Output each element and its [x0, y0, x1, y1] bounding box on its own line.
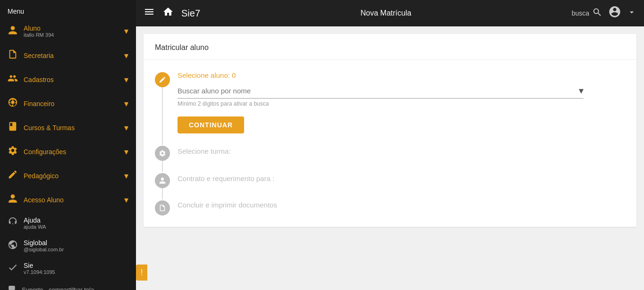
- sidebar-item-acesso-aluno[interactable]: Acesso Aluno ▾: [0, 188, 136, 212]
- topbar: Sie7 Nova Matrícula busca: [136, 0, 644, 26]
- step-2-line: [162, 161, 163, 172]
- sidebar-menu-label: Menu: [0, 0, 136, 19]
- sidebar-item-pedagogico[interactable]: Pedagógico ▾: [0, 164, 136, 188]
- headset-icon: [8, 217, 18, 230]
- sidebar-item-cadastros[interactable]: Cadastros ▾: [0, 67, 136, 91]
- step-1-icon-col: [155, 71, 170, 145]
- step-3-icon: [155, 173, 170, 188]
- exclamation-icon: !: [141, 268, 143, 276]
- chevron-down-icon: ▾: [124, 195, 128, 205]
- person-icon: [8, 193, 18, 206]
- step-1-line: [162, 87, 163, 145]
- content-area: Matricular aluno Selecione aluno: 0: [136, 26, 644, 290]
- step-4-icon: [155, 200, 170, 215]
- settings-icon: [8, 145, 18, 158]
- sidebar-item-configuracoes[interactable]: Configurações ▾: [0, 140, 136, 164]
- check-icon: [8, 262, 18, 275]
- step-3-line: [162, 188, 163, 199]
- step-3-row: Contrato e requerimento para :: [155, 172, 625, 199]
- sidebar-item-cursos-turmas[interactable]: Cursos & Turmas ▾: [0, 116, 136, 140]
- page-heading: Matricular aluno: [144, 34, 636, 60]
- search-text: busca: [572, 9, 589, 17]
- money-icon: [8, 97, 18, 110]
- globe-icon: [8, 240, 18, 252]
- user-menu-chevron-icon[interactable]: [627, 8, 636, 19]
- sidebar-item-secretaria[interactable]: Secretaria ▾: [0, 43, 136, 67]
- sidebar-support[interactable]: Suporte - compartilhar tela: [0, 280, 136, 290]
- sidebar-item-sie[interactable]: Sie v7.1094:1095: [0, 257, 136, 280]
- search-dropdown-chevron-icon[interactable]: ▾: [579, 85, 584, 96]
- sidebar-item-siglobal[interactable]: Siglobal @siglobal.com.br: [0, 234, 136, 257]
- step-3-icon-col: [155, 172, 170, 199]
- sidebar-siglobal-label: Siglobal: [24, 239, 64, 247]
- support-icon: [8, 284, 16, 290]
- chevron-down-icon: ▾: [124, 147, 128, 157]
- step-4-heading: Concluir e imprimir documentos: [178, 201, 277, 209]
- sidebar-item-financeiro[interactable]: Financeiro ▾: [0, 91, 136, 116]
- app-name: Sie7: [181, 8, 200, 19]
- step-4-icon-col: [155, 199, 170, 215]
- sidebar-acesso-aluno-label: Acesso Aluno: [24, 196, 119, 204]
- sidebar-sie-sub: v7.1094:1095: [24, 269, 55, 275]
- hamburger-icon[interactable]: [144, 6, 155, 20]
- step-2-heading: Selecione turma:: [178, 147, 231, 155]
- step-2-row: Selecione turma:: [155, 145, 625, 172]
- step-1-content: Selecione aluno: 0 ▾ Mínimo 2 dígitos pa…: [178, 71, 625, 145]
- document-icon: [8, 49, 18, 62]
- sidebar-item-ajuda[interactable]: Ajuda ajuda WA: [0, 212, 136, 234]
- stepper: Selecione aluno: 0 ▾ Mínimo 2 dígitos pa…: [144, 60, 636, 215]
- main-area: Sie7 Nova Matrícula busca Matricular alu…: [136, 0, 644, 290]
- chevron-down-icon: ▾: [124, 171, 128, 181]
- step-4-row: Concluir e imprimir documentos: [155, 199, 625, 215]
- user-icon: [8, 25, 18, 38]
- sidebar-financeiro-label: Financeiro: [24, 100, 119, 108]
- step-3-content: Contrato e requerimento para :: [178, 172, 625, 199]
- book-icon: [8, 121, 18, 134]
- chevron-down-icon: ▾: [124, 75, 128, 85]
- sidebar-siglobal-sub: @siglobal.com.br: [24, 247, 64, 252]
- step-1-row: Selecione aluno: 0 ▾ Mínimo 2 dígitos pa…: [155, 71, 625, 145]
- page-title: Nova Matrícula: [206, 9, 566, 17]
- chevron-down-icon: ▾: [124, 123, 128, 133]
- sidebar-aluno-label: Aluno: [24, 25, 119, 32]
- student-search-input[interactable]: [178, 87, 579, 95]
- sidebar-sie-label: Sie: [24, 262, 55, 269]
- group-icon: [8, 73, 18, 86]
- chevron-down-icon: ▾: [124, 50, 128, 61]
- sidebar-configuracoes-label: Configurações: [24, 148, 119, 156]
- step-3-heading: Contrato e requerimento para :: [178, 174, 274, 182]
- main-card: Matricular aluno Selecione aluno: 0: [144, 34, 636, 227]
- sidebar-cadastros-label: Cadastros: [24, 76, 119, 83]
- search-field-wrapper: ▾: [178, 85, 584, 99]
- home-icon[interactable]: [162, 6, 174, 20]
- sidebar-ajuda-sub: ajuda WA: [24, 224, 46, 230]
- step-1-heading: Selecione aluno: 0: [178, 71, 625, 79]
- step-2-icon: [155, 146, 170, 161]
- sidebar-aluno-sub: itallo RM 394: [24, 32, 119, 38]
- search-icon[interactable]: [592, 7, 602, 20]
- step-1-icon: [155, 72, 170, 87]
- support-label: Suporte - compartilhar tela: [22, 286, 94, 290]
- search-hint: Mínimo 2 dígitos para ativar a busca: [178, 100, 625, 107]
- continuar-button[interactable]: CONTINUAR: [178, 116, 244, 133]
- chevron-down-icon: ▾: [124, 99, 128, 109]
- sidebar-cursos-label: Cursos & Turmas: [24, 124, 119, 132]
- step-2-icon-col: [155, 145, 170, 172]
- search-area: busca: [572, 7, 602, 20]
- step-4-content: Concluir e imprimir documentos: [178, 199, 625, 215]
- sidebar-ajuda-label: Ajuda: [24, 216, 46, 224]
- sidebar: Menu Aluno itallo RM 394 ▾ Secretaria ▾ …: [0, 0, 136, 290]
- feedback-button[interactable]: !: [136, 265, 147, 281]
- sidebar-secretaria-label: Secretaria: [24, 52, 119, 59]
- chevron-down-icon: ▾: [124, 26, 128, 36]
- sidebar-pedagogico-label: Pedagógico: [24, 172, 119, 180]
- step-2-content: Selecione turma:: [178, 145, 625, 172]
- avatar-icon[interactable]: [608, 5, 621, 22]
- edit-icon: [8, 169, 18, 182]
- sidebar-item-aluno[interactable]: Aluno itallo RM 394 ▾: [0, 19, 136, 43]
